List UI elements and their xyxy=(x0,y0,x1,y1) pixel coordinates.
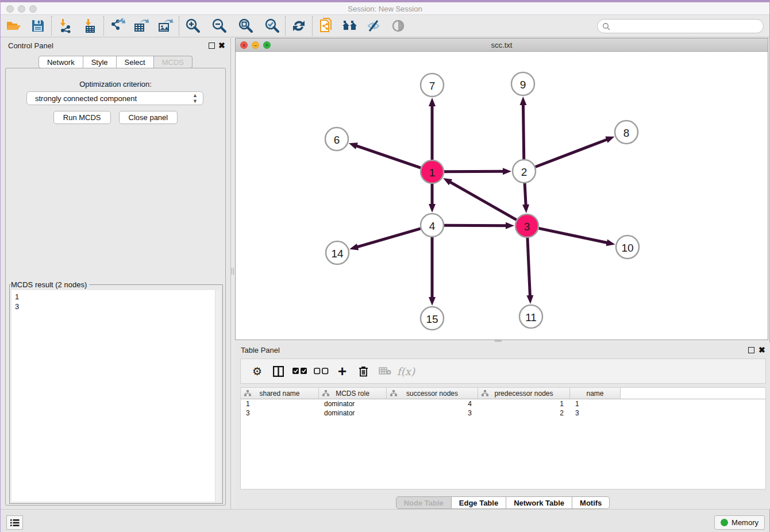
run-mcds-button[interactable]: Run MCDS xyxy=(53,111,111,124)
export-table-icon[interactable] xyxy=(132,17,151,35)
add-column-icon[interactable]: + xyxy=(332,363,353,380)
column-type-icon xyxy=(322,390,329,396)
graph-edge-arrowhead xyxy=(349,142,358,149)
mcds-result-list[interactable]: 1 3 xyxy=(11,290,221,502)
tab-select[interactable]: Select xyxy=(117,56,154,68)
graph-edge-2-9[interactable] xyxy=(523,104,523,159)
tab-style[interactable]: Style xyxy=(83,56,117,68)
cell-mcds-role[interactable]: dominator xyxy=(319,399,387,408)
graph-edge-2-3[interactable] xyxy=(525,183,526,206)
graph-edge-arrowhead xyxy=(522,205,529,213)
graph-edge-3-11[interactable] xyxy=(528,238,530,296)
global-search-field[interactable] xyxy=(597,19,764,33)
show-task-history-button[interactable] xyxy=(6,515,23,530)
function-builder-icon: f(x) xyxy=(395,363,417,380)
import-network-icon[interactable] xyxy=(55,17,75,35)
graph-edge-4-14[interactable] xyxy=(357,229,421,247)
export-network-icon[interactable] xyxy=(107,17,127,35)
node-table[interactable]: shared name MCDS role successor nodes pr… xyxy=(240,387,766,489)
table-header-row: shared name MCDS role successor nodes pr… xyxy=(241,388,765,399)
table-row[interactable]: 1 dominator 4 1 1 xyxy=(241,399,765,408)
network-graph[interactable]: 7968124314101511 xyxy=(236,52,768,340)
unselect-all-columns-icon[interactable] xyxy=(310,363,332,380)
column-header-name[interactable]: name xyxy=(570,388,621,399)
control-panel: Control Panel ✖ Network Style Select MCD… xyxy=(1,38,231,509)
cell-shared-name[interactable]: 3 xyxy=(241,408,319,418)
tab-network-table[interactable]: Network Table xyxy=(506,496,572,509)
column-header-shared-name[interactable]: shared name xyxy=(241,388,319,399)
close-panel-button[interactable]: Close panel xyxy=(119,111,178,124)
graph-edge-1-2[interactable] xyxy=(444,171,504,172)
split-panel-icon[interactable] xyxy=(268,363,289,380)
graph-edge-arrowhead xyxy=(429,98,436,106)
graph-edge-1-6[interactable] xyxy=(356,145,421,168)
close-table-panel-icon[interactable]: ✖ xyxy=(759,345,765,354)
graph-edge-4-3[interactable] xyxy=(444,225,507,226)
import-table-icon[interactable] xyxy=(80,17,100,35)
result-scrollbar[interactable] xyxy=(215,290,221,502)
select-all-columns-icon[interactable] xyxy=(289,363,310,380)
column-header-successor-nodes[interactable]: successor nodes xyxy=(387,388,478,399)
main-toolbar xyxy=(1,15,769,37)
toolbar-separator xyxy=(312,16,313,36)
toolbar-separator xyxy=(103,16,104,36)
column-type-icon xyxy=(244,390,251,396)
graph-edge-2-8[interactable] xyxy=(536,139,608,167)
save-session-icon[interactable] xyxy=(28,17,48,35)
cell-predecessor-nodes[interactable]: 1 xyxy=(478,399,570,408)
float-panel-icon[interactable] xyxy=(209,43,215,49)
search-icon xyxy=(602,22,610,30)
column-header-predecessor-nodes[interactable]: predecessor nodes xyxy=(478,388,570,399)
hide-panels-icon[interactable] xyxy=(364,17,384,35)
graph-node-label: 11 xyxy=(525,311,537,323)
tab-motifs[interactable]: Motifs xyxy=(572,496,610,509)
cell-shared-name[interactable]: 1 xyxy=(241,399,319,408)
close-panel-icon[interactable]: ✖ xyxy=(218,41,225,50)
open-session-icon[interactable] xyxy=(4,17,24,35)
settings-gear-icon[interactable]: ⚙ xyxy=(247,363,268,380)
vertical-splitter[interactable] xyxy=(232,268,234,275)
zoom-selected-icon[interactable] xyxy=(262,17,282,35)
tab-mcds[interactable]: MCDS xyxy=(154,56,192,68)
graph-node-label: 3 xyxy=(524,221,530,233)
float-table-panel-icon[interactable] xyxy=(748,347,754,353)
network-view-frame: × – + scc.txt 7968124314101511 xyxy=(235,38,768,340)
network-frame-titlebar[interactable]: × – + scc.txt xyxy=(236,38,768,52)
header-filler xyxy=(621,388,765,399)
horizontal-splitter[interactable] xyxy=(495,340,502,342)
cell-name[interactable]: 1 xyxy=(570,399,621,408)
memory-button[interactable]: Memory xyxy=(714,515,765,530)
memory-label: Memory xyxy=(732,518,759,527)
apply-layout-icon[interactable] xyxy=(289,17,309,35)
zoom-fit-icon[interactable] xyxy=(236,17,255,35)
column-type-icon xyxy=(390,390,397,396)
tab-edge-table[interactable]: Edge Table xyxy=(452,496,506,509)
control-panel-title: Control Panel xyxy=(8,41,53,50)
criterion-dropdown[interactable]: strongly connected component ▲▼ xyxy=(26,91,203,105)
tab-network[interactable]: Network xyxy=(38,56,83,68)
cell-successor-nodes[interactable]: 3 xyxy=(387,408,478,418)
table-row[interactable]: 3 dominator 3 2 3 xyxy=(241,408,765,418)
mcds-result-group: MCDS result (2 nodes) 1 3 xyxy=(9,284,223,504)
zoom-out-icon[interactable] xyxy=(209,17,229,35)
graph-edge-arrowhead xyxy=(349,244,359,250)
graph-edge-3-1[interactable] xyxy=(449,182,516,219)
column-header-mcds-role[interactable]: MCDS role xyxy=(319,388,387,399)
tab-node-table[interactable]: Node Table xyxy=(396,496,452,509)
show-all-networks-icon[interactable] xyxy=(340,17,360,35)
show-panels-icon[interactable] xyxy=(388,17,408,35)
cell-predecessor-nodes[interactable]: 2 xyxy=(478,408,570,418)
zoom-in-icon[interactable] xyxy=(183,17,202,35)
cell-name[interactable]: 3 xyxy=(570,408,621,418)
duplicate-network-icon[interactable] xyxy=(316,17,336,35)
delete-columns-icon[interactable] xyxy=(353,363,374,380)
table-panel: Table Panel ✖ ⚙ + f(x) xyxy=(235,342,770,509)
graph-edge-3-10[interactable] xyxy=(539,228,608,242)
cell-mcds-role[interactable]: dominator xyxy=(319,408,387,418)
cell-successor-nodes[interactable]: 4 xyxy=(387,399,478,408)
search-input[interactable] xyxy=(610,22,763,30)
table-toolbar: ⚙ + f(x) xyxy=(240,358,766,384)
graph-node-label: 1 xyxy=(429,167,436,179)
network-canvas[interactable]: 7968124314101511 xyxy=(236,52,768,340)
export-image-icon[interactable] xyxy=(156,17,175,35)
